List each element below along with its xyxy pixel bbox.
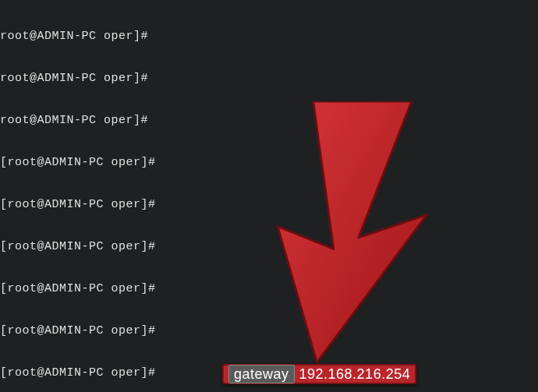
callout-value: 192.168.216.254	[299, 366, 411, 382]
prompt-line: [root@ADMIN-PC oper]#	[0, 240, 538, 254]
gateway-callout: gateway192.168.216.254	[222, 364, 416, 384]
prompt-line: [root@ADMIN-PC oper]#	[0, 324, 538, 338]
prompt-line: [root@ADMIN-PC oper]#	[0, 156, 538, 170]
prompt-line: root@ADMIN-PC oper]#	[0, 114, 538, 128]
prompt-line: [root@ADMIN-PC oper]#	[0, 198, 538, 212]
callout-label: gateway	[228, 365, 295, 383]
prompt-line: [root@ADMIN-PC oper]#	[0, 282, 538, 296]
prompt-line: root@ADMIN-PC oper]#	[0, 30, 538, 44]
prompt-line: root@ADMIN-PC oper]#	[0, 72, 538, 86]
terminal-output[interactable]: root@ADMIN-PC oper]# root@ADMIN-PC oper]…	[0, 2, 538, 392]
